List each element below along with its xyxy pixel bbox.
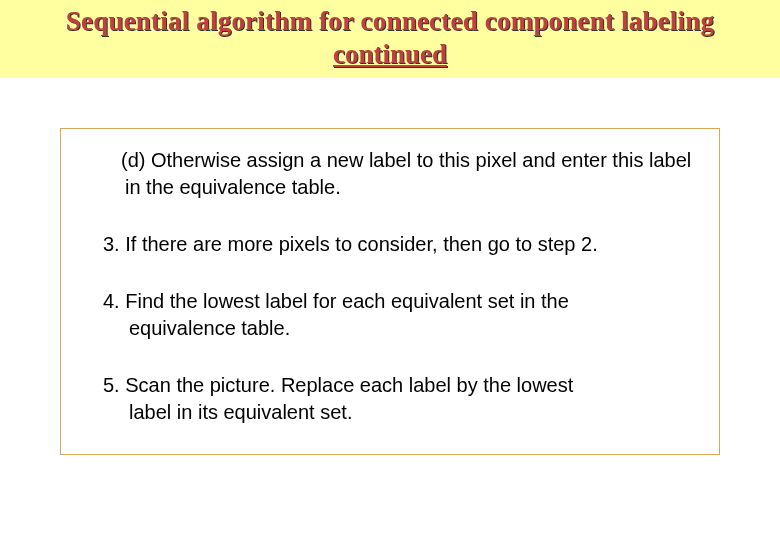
step-5-line2: label in its equivalent set.	[103, 399, 697, 426]
step-5: 5. Scan the picture. Replace each label …	[83, 372, 697, 426]
slide-title-line2: continued	[333, 39, 447, 70]
title-bar: Sequential algorithm for connected compo…	[0, 0, 780, 78]
step-4-line2: equivalence table.	[103, 315, 697, 342]
slide-title-line1: Sequential algorithm for connected compo…	[10, 6, 770, 37]
step-4: 4. Find the lowest label for each equiva…	[83, 288, 697, 342]
content-box: (d) Otherwise assign a new label to this…	[60, 128, 720, 455]
step-3: 3. If there are more pixels to consider,…	[83, 231, 697, 258]
step-d: (d) Otherwise assign a new label to this…	[83, 147, 697, 201]
step-4-line1: 4. Find the lowest label for each equiva…	[103, 290, 569, 312]
step-5-line1: 5. Scan the picture. Replace each label …	[103, 374, 573, 396]
